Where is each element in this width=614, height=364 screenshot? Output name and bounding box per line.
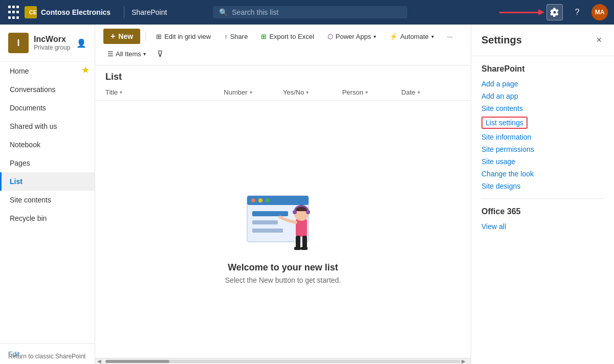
star-icon[interactable]: ★ — [81, 64, 90, 76]
sidebar-item-shared-with-us[interactable]: Shared with us — [0, 117, 95, 135]
column-number[interactable]: Number ▾ — [224, 88, 283, 96]
scroll-right-arrow[interactable]: ▶ — [462, 358, 469, 364]
automate-button[interactable]: ⚡ Automate ▾ — [384, 30, 439, 43]
svg-point-12 — [306, 210, 310, 214]
settings-link-site-information[interactable]: Site information — [481, 133, 604, 141]
gear-button[interactable] — [546, 4, 563, 20]
empty-illustration — [237, 180, 329, 262]
number-sort-icon: ▾ — [250, 89, 252, 95]
close-icon: × — [596, 35, 602, 45]
sidebar-item-notebook[interactable]: Notebook — [0, 135, 95, 154]
column-date[interactable]: Date ▾ — [401, 88, 461, 96]
sidebar-nav: Home Conversations Documents Shared with… — [0, 62, 95, 343]
settings-link-site-usage[interactable]: Site usage — [481, 157, 604, 166]
sidebar-header: I IncWorx Private group 👤 — [0, 25, 95, 62]
sidebar-item-conversations[interactable]: Conversations — [0, 80, 95, 99]
svg-rect-16 — [301, 247, 308, 250]
company-logo-icon: CE — [25, 6, 37, 18]
topbar-logo[interactable]: CE Contoso Electronics — [25, 6, 111, 18]
content-area: + New ⊞ Edit in grid view ↑ Share ⊞ Expo… — [95, 25, 471, 364]
share-icon: ↑ — [224, 33, 228, 40]
list-empty-state: Welcome to your new list Select the New … — [95, 101, 471, 364]
return-to-classic-link[interactable]: Return to classic SharePoint — [8, 353, 85, 360]
help-button[interactable]: ? — [569, 4, 585, 20]
svg-rect-15 — [294, 247, 301, 250]
topbar-divider — [124, 6, 124, 18]
topbar-right-actions: ? MA — [499, 4, 608, 20]
sidebar-item-pages[interactable]: Pages — [0, 154, 95, 172]
svg-rect-14 — [302, 236, 307, 248]
svg-point-5 — [266, 198, 270, 202]
site-type: Private group — [34, 44, 70, 51]
sidebar-item-documents[interactable]: Documents — [0, 99, 95, 117]
sidebar-item-list[interactable]: List — [0, 172, 95, 191]
settings-panel: Settings × SharePoint Add a page Add an … — [471, 25, 614, 364]
settings-divider — [481, 198, 604, 199]
all-items-chevron: ▾ — [143, 51, 146, 57]
svg-point-4 — [258, 198, 262, 202]
company-name: Contoso Electronics — [41, 8, 111, 16]
svg-rect-7 — [252, 220, 278, 224]
settings-link-site-permissions[interactable]: Site permissions — [481, 145, 604, 153]
power-apps-icon: ⬡ — [327, 33, 333, 40]
toolbar-separator-1 — [145, 31, 146, 41]
scrollbar-track — [105, 360, 461, 363]
more-button[interactable]: ··· — [442, 30, 458, 43]
scroll-left-arrow[interactable]: ◀ — [97, 358, 104, 364]
scrollbar-thumb[interactable] — [105, 360, 169, 363]
yesno-sort-icon: ▾ — [306, 89, 309, 95]
return-link-container: Return to classic SharePoint — [0, 352, 95, 360]
settings-body: SharePoint Add a page Add an app Site co… — [471, 56, 614, 364]
settings-link-change-look[interactable]: Change the look — [481, 170, 604, 178]
svg-point-3 — [251, 198, 255, 202]
sidebar-item-site-contents[interactable]: Site contents — [0, 191, 95, 209]
topbar: CE Contoso Electronics SharePoint 🔍 ? MA — [0, 0, 614, 25]
site-name: IncWorx — [34, 35, 70, 44]
user-avatar[interactable]: MA — [591, 4, 608, 20]
sharepoint-section-title: SharePoint — [481, 64, 604, 74]
red-arrow-annotation — [499, 12, 540, 13]
empty-title: Welcome to your new list — [228, 262, 338, 273]
office365-section-title: Office 365 — [481, 207, 604, 216]
list-header: Title ▾ Number ▾ Yes/No ▾ Person ▾ Date … — [95, 84, 471, 101]
settings-header: Settings × — [471, 25, 614, 56]
column-person[interactable]: Person ▾ — [342, 88, 402, 96]
share-button[interactable]: ↑ Share — [219, 30, 253, 43]
person-icon: 👤 — [76, 38, 86, 48]
column-title[interactable]: Title ▾ — [105, 88, 224, 96]
filter-button[interactable]: ⊽ — [153, 47, 167, 61]
settings-link-add-app[interactable]: Add an app — [481, 92, 604, 100]
search-input[interactable] — [232, 8, 401, 16]
settings-link-view-all[interactable]: View all — [481, 222, 604, 231]
settings-link-site-designs[interactable]: Site designs — [481, 182, 604, 190]
settings-link-site-contents[interactable]: Site contents — [481, 104, 604, 112]
sidebar-item-recycle-bin[interactable]: Recycle bin — [0, 209, 95, 228]
horizontal-scrollbar[interactable]: ◀ ▶ — [95, 358, 471, 364]
date-sort-icon: ▾ — [418, 89, 420, 95]
site-info: IncWorx Private group — [34, 35, 70, 51]
site-avatar: I — [8, 33, 29, 53]
settings-link-list-settings[interactable]: List settings — [481, 117, 528, 129]
plus-icon: + — [111, 32, 115, 41]
title-sort-icon: ▾ — [120, 89, 122, 95]
grid-icon: ⊞ — [156, 33, 162, 40]
person-sort-icon: ▾ — [365, 89, 368, 95]
apps-icon[interactable] — [6, 5, 20, 19]
search-box[interactable]: 🔍 — [213, 6, 407, 18]
sidebar-item-home[interactable]: Home — [0, 62, 95, 80]
svg-rect-2 — [247, 196, 309, 205]
power-apps-button[interactable]: ⬡ Power Apps ▾ — [322, 30, 381, 43]
column-yesno[interactable]: Yes/No ▾ — [283, 88, 342, 96]
export-button[interactable]: ⊞ Export to Excel — [256, 30, 319, 43]
sidebar: I IncWorx Private group 👤 ★ Home Convers… — [0, 25, 95, 364]
edit-grid-button[interactable]: ⊞ Edit in grid view — [151, 30, 216, 43]
all-items-button[interactable]: ☰ All Items ▾ — [103, 48, 150, 60]
empty-subtitle: Select the New button to get started. — [225, 276, 341, 284]
main-layout: I IncWorx Private group 👤 ★ Home Convers… — [0, 25, 614, 364]
excel-icon: ⊞ — [261, 33, 267, 40]
settings-close-button[interactable]: × — [594, 33, 604, 48]
power-apps-chevron: ▾ — [374, 34, 376, 39]
new-button[interactable]: + New — [103, 29, 140, 44]
settings-link-add-page[interactable]: Add a page — [481, 80, 604, 88]
view-icon: ☰ — [107, 50, 114, 58]
